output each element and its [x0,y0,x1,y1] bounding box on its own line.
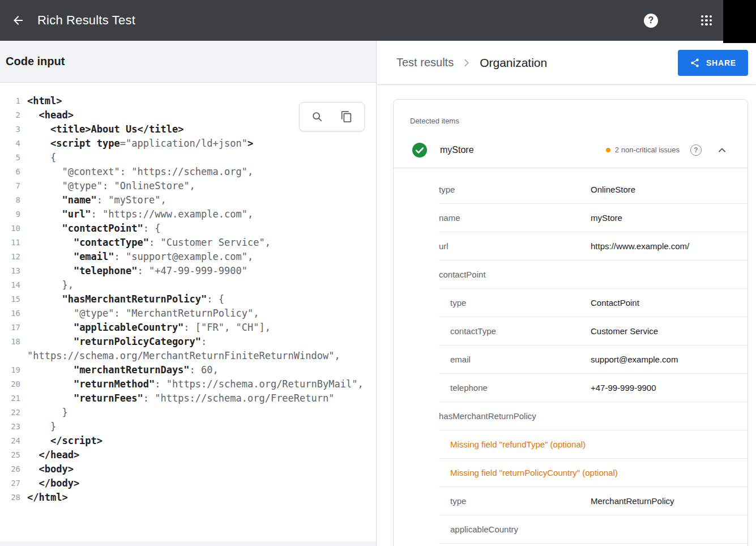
property-key: type [439,496,591,506]
property-value: Customer Service [591,326,658,336]
line-number: 13 [0,264,20,278]
code-text: "https://schema.org/MerchantReturnFinite… [27,349,340,363]
property-row: urlhttps://www.example.com/ [439,232,748,261]
search-code-button[interactable] [306,105,328,128]
code-line: 8 "name": "myStore", [0,193,376,207]
code-line: "https://schema.org/MerchantReturnFinite… [0,349,376,363]
code-text: "applicableCountry": ["FR", "CH"], [27,321,271,335]
code-text: } [27,420,56,434]
detected-item-header[interactable]: myStore 2 non-critical issues ? [394,132,748,168]
code-line: 7 "@type": "OnlineStore", [0,179,376,193]
line-number: 20 [0,377,20,391]
property-group-row: hasMerchantReturnPolicy [439,402,748,430]
code-text: { [27,151,56,165]
code-line: 4 <script type="application/ld+json"> [0,136,376,151]
property-row: emailsupport@example.com [439,345,748,374]
code-lines: 1<html>2 <head>3 <title>About Us</title>… [0,94,376,505]
code-text: "telephone": "+47-99-999-9900" [27,264,247,278]
detected-item-name: myStore [440,145,474,155]
line-number: 3 [0,122,20,136]
code-line: 16 "@type": "MerchantReturnPolicy", [0,306,376,321]
warning-text: Missing field "returnPolicyCountry" (opt… [439,468,618,477]
code-line: 23 } [0,420,376,434]
missing-field-warning-row[interactable]: Missing field "returnPolicyCountry" (opt… [439,459,748,487]
detected-item-table: typeOnlineStorenamemyStoreurlhttps://www… [394,168,748,544]
code-line: 11 "contactType": "Customer Service", [0,236,376,250]
line-number: 15 [0,292,20,306]
code-line: 5 { [0,151,376,165]
line-number: 6 [0,165,20,179]
share-button-label: SHARE [706,58,736,67]
help-icon[interactable]: ? [644,14,658,28]
code-text: <script type="application/ld+json"> [27,136,253,151]
detected-items-card: Detected items myStore 2 non-critical is… [393,99,748,546]
line-number: 23 [0,420,20,434]
code-text: }, [27,278,74,292]
copy-code-button[interactable] [335,105,358,128]
apps-grid-icon[interactable] [701,15,712,26]
code-line: 18 "returnPolicyCategory": [0,335,376,349]
property-key: url [439,241,591,251]
code-text: <html> [27,94,62,108]
code-text: <head> [27,108,74,122]
code-line: 13 "telephone": "+47-99-999-9900" [0,264,376,278]
line-number: 19 [0,363,20,377]
breadcrumb-current-page: Organization [480,56,547,70]
code-text: </head> [27,448,79,462]
code-line: 10 "contactPoint": { [0,221,376,236]
line-number: 11 [0,236,20,250]
app-title: Rich Results Test [37,13,135,28]
property-key: type [439,185,591,194]
code-text: } [27,406,68,420]
property-group-row: contactPoint [439,261,748,289]
property-key: hasMerchantReturnPolicy [439,411,591,421]
property-value: MerchantReturnPolicy [591,496,674,506]
property-key: contactType [439,326,591,336]
test-results-panel: Test results Organization SHARE Detected… [377,41,756,546]
code-line: 9 "url": "https://www.example.com", [0,207,376,221]
line-number: 18 [0,335,20,349]
issue-dot-icon [606,148,610,152]
line-number: 14 [0,278,20,292]
line-number: 28 [0,490,20,505]
line-number: 21 [0,391,20,406]
code-text: "url": "https://www.example.com", [27,207,253,221]
line-number: 27 [0,476,20,490]
line-number: 7 [0,179,20,193]
code-line: 21 "returnFees": "https://schema.org/Fre… [0,391,376,406]
code-editor[interactable]: 1<html>2 <head>3 <title>About Us</title>… [0,83,376,546]
property-key: name [439,213,591,223]
code-text: "contactType": "Customer Service", [27,236,271,250]
line-number: 10 [0,221,20,236]
horizontal-scrollbar-track[interactable] [0,541,376,546]
property-key: applicableCountry [439,524,591,534]
share-button[interactable]: SHARE [678,50,748,76]
code-text: <title>About Us</title> [27,122,183,136]
code-text: "@type": "MerchantReturnPolicy", [27,306,259,321]
code-line: 14 }, [0,278,376,292]
code-line: 27 </body> [0,476,376,490]
code-line: 24 </script> [0,434,376,448]
chevron-right-icon [460,57,473,69]
code-line: 25 </head> [0,448,376,462]
code-line: 20 "returnMethod": "https://schema.org/R… [0,377,376,391]
code-text: <body> [27,462,74,476]
code-line: 17 "applicableCountry": ["FR", "CH"], [0,321,376,335]
line-number: 2 [0,108,20,122]
breadcrumb-test-results[interactable]: Test results [396,56,454,69]
code-text: </html> [27,490,68,505]
code-line: 6 "@context": "https://schema.org", [0,165,376,179]
chevron-up-icon[interactable] [715,143,729,157]
code-input-panel: Code input 1<html>2 <head>3 <title>About… [0,41,377,546]
issues-summary: 2 non-critical issues [606,146,680,154]
issues-help-icon[interactable]: ? [690,144,702,156]
line-number: 9 [0,207,20,221]
top-app-bar: Rich Results Test ? [0,0,756,41]
code-text: "@context": "https://schema.org", [27,165,253,179]
property-key: telephone [439,383,591,393]
back-arrow-icon[interactable] [7,9,29,32]
line-number: 4 [0,136,20,151]
missing-field-warning-row[interactable]: Missing field "refundType" (optional) [439,430,748,459]
property-value: myStore [591,213,622,223]
code-input-header: Code input [0,41,376,83]
